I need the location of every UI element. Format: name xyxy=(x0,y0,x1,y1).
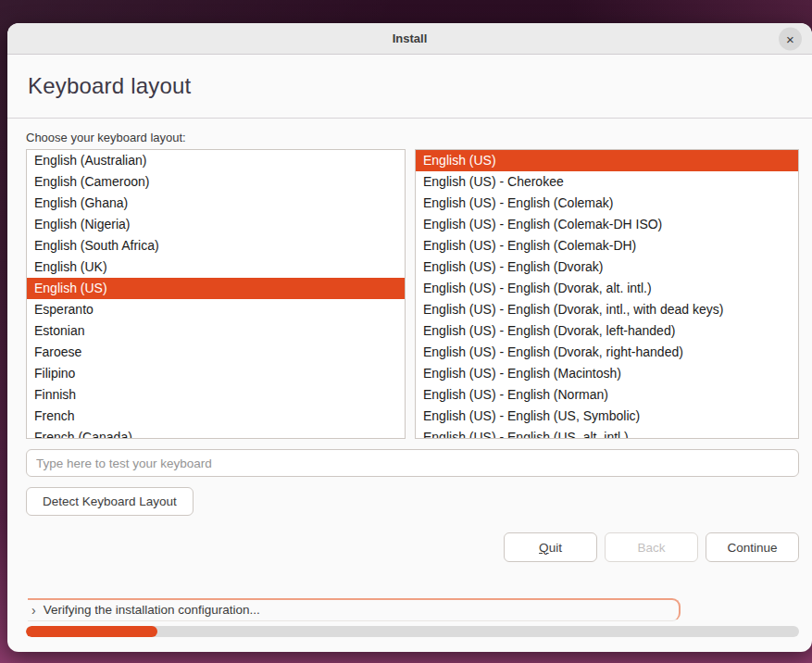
continue-button[interactable]: Continue xyxy=(706,532,799,562)
window-title: Install xyxy=(393,31,428,45)
list-item[interactable]: English (US) - English (Dvorak, left-han… xyxy=(416,320,798,342)
language-list[interactable]: English (Australian) English (Cameroon) … xyxy=(26,149,406,439)
list-item[interactable]: Esperanto xyxy=(27,299,405,320)
close-icon[interactable]: × xyxy=(779,27,802,50)
list-item[interactable]: Filipino xyxy=(27,363,405,384)
list-item[interactable]: English (US) - English (Dvorak) xyxy=(416,256,798,278)
list-item[interactable]: French xyxy=(27,406,405,427)
navigation-buttons: Quit Back Continue xyxy=(26,532,799,562)
list-item[interactable]: English (US) - English (Norman) xyxy=(416,384,798,406)
back-button[interactable]: Back xyxy=(605,532,698,562)
detect-keyboard-layout-button[interactable]: Detect Keyboard Layout xyxy=(26,487,194,516)
list-item[interactable]: Faroese xyxy=(27,342,405,363)
page-header: Keyboard layout xyxy=(7,55,812,119)
list-item[interactable]: English (US) - English (Dvorak, right-ha… xyxy=(416,342,798,363)
list-item[interactable]: English (US) - English (US, Symbolic) xyxy=(416,406,798,427)
list-item[interactable]: English (Ghana) xyxy=(27,193,405,214)
quit-button[interactable]: Quit xyxy=(504,532,597,562)
list-item[interactable]: French (Canada) xyxy=(27,427,405,439)
list-item[interactable]: English (Nigeria) xyxy=(27,214,405,235)
list-item[interactable]: English (US) - English (Dvorak, alt. int… xyxy=(416,278,798,299)
status-area: › Verifying the installation configurati… xyxy=(26,598,799,622)
list-item[interactable]: Finnish xyxy=(27,384,405,406)
layout-lists: English (Australian) English (Cameroon) … xyxy=(26,149,799,439)
choose-layout-label: Choose your keyboard layout: xyxy=(26,131,799,144)
list-item[interactable]: Estonian xyxy=(27,320,405,342)
variant-list[interactable]: English (US) English (US) - Cherokee Eng… xyxy=(415,149,799,439)
list-item-selected[interactable]: English (US) xyxy=(27,278,405,299)
install-progress-bar xyxy=(26,626,799,637)
status-message: Verifying the installation configuration… xyxy=(44,603,260,617)
main-content: Choose your keyboard layout: English (Au… xyxy=(7,131,812,637)
list-item[interactable]: English (Australian) xyxy=(27,150,405,171)
installer-window: Install × Keyboard layout Choose your ke… xyxy=(7,23,812,652)
list-item[interactable]: English (US) - Cherokee xyxy=(416,171,798,193)
list-item-selected[interactable]: English (US) xyxy=(416,150,798,171)
list-item[interactable]: English (US) - English (Colemak-DH) xyxy=(416,235,798,256)
list-item[interactable]: English (US) - English (Colemak-DH ISO) xyxy=(416,214,798,235)
list-item[interactable]: English (US) - English (Colemak) xyxy=(416,193,798,214)
list-item[interactable]: English (US) - English (Dvorak, intl., w… xyxy=(416,299,798,320)
titlebar: Install × xyxy=(7,23,812,55)
list-item[interactable]: English (UK) xyxy=(27,256,405,278)
list-item[interactable]: English (US) - English (Macintosh) xyxy=(416,363,798,384)
page-title: Keyboard layout xyxy=(28,73,191,99)
expander-chevron-icon[interactable]: › xyxy=(31,604,36,617)
keyboard-test-input[interactable] xyxy=(26,449,799,477)
list-item[interactable]: English (South Africa) xyxy=(27,235,405,256)
status-text: › Verifying the installation configurati… xyxy=(31,603,260,617)
list-item[interactable]: English (Cameroon) xyxy=(27,171,405,193)
list-item[interactable]: English (US) - English (US, alt. intl.) xyxy=(416,427,798,439)
progress-fill xyxy=(26,626,157,637)
